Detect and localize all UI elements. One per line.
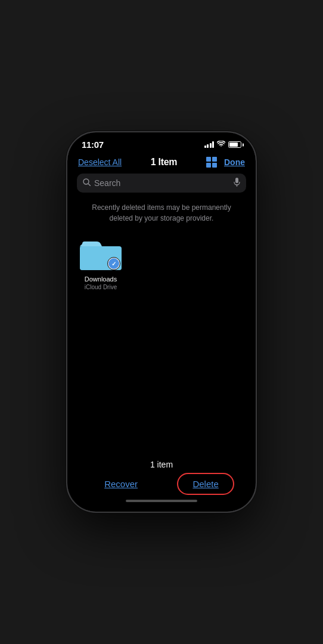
- phone-frame: 11:07: [66, 131, 257, 513]
- search-bar[interactable]: Search: [77, 174, 246, 193]
- bottom-bar: 1 item Recover Delete: [67, 455, 256, 512]
- folder-checkmark: ✓: [107, 257, 120, 270]
- action-buttons: Recover Delete: [77, 476, 246, 491]
- nav-right-controls: Done: [206, 157, 245, 168]
- home-indicator: [126, 500, 197, 502]
- folder-name: Downloads: [85, 275, 117, 283]
- grid-view-icon[interactable]: [206, 157, 217, 168]
- svg-line-1: [89, 184, 91, 186]
- phone-screen: 11:07: [67, 132, 256, 512]
- navigation-bar: Deselect All 1 Item Done: [67, 152, 256, 171]
- recover-button[interactable]: Recover: [95, 476, 147, 491]
- search-icon: [83, 178, 91, 188]
- content-area: ✓ Downloads iCloud Drive: [67, 233, 256, 455]
- folder-item[interactable]: ✓ Downloads iCloud Drive: [77, 236, 125, 290]
- notch: [126, 132, 197, 149]
- svg-rect-2: [235, 178, 238, 183]
- status-time: 11:07: [82, 140, 104, 150]
- battery-icon: [228, 141, 241, 148]
- mic-icon: [234, 178, 240, 188]
- folder-subtitle: iCloud Drive: [85, 284, 117, 290]
- search-placeholder: Search: [94, 178, 230, 188]
- svg-point-0: [83, 179, 89, 184]
- signal-icon: [204, 141, 215, 148]
- done-button[interactable]: Done: [224, 157, 245, 167]
- status-icons: [204, 141, 242, 148]
- deselect-all-button[interactable]: Deselect All: [78, 157, 122, 167]
- warning-text: Recently deleted items may be permanentl…: [67, 197, 256, 233]
- wifi-icon: [217, 141, 225, 148]
- item-count: 1 item: [150, 460, 173, 469]
- folder-icon-container: ✓: [80, 236, 122, 271]
- delete-circle-highlight: [177, 473, 234, 495]
- nav-title: 1 Item: [151, 157, 177, 168]
- delete-button[interactable]: Delete: [183, 476, 228, 491]
